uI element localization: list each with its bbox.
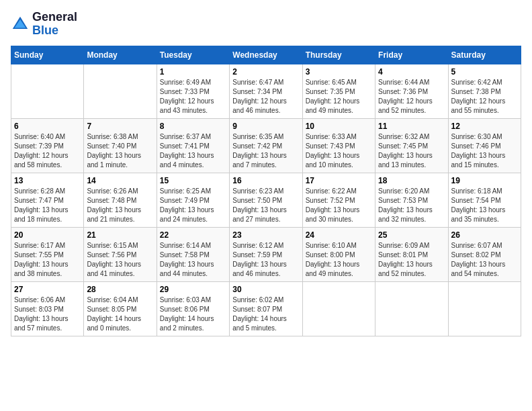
calendar-cell: 18Sunrise: 6:20 AM Sunset: 7:53 PM Dayli… bbox=[375, 173, 448, 227]
day-detail: Sunrise: 6:12 AM Sunset: 7:59 PM Dayligh… bbox=[232, 241, 299, 279]
day-detail: Sunrise: 6:22 AM Sunset: 7:52 PM Dayligh… bbox=[306, 187, 372, 224]
calendar-week-row: 13Sunrise: 6:28 AM Sunset: 7:47 PM Dayli… bbox=[11, 173, 521, 227]
calendar-cell: 27Sunrise: 6:06 AM Sunset: 8:03 PM Dayli… bbox=[11, 281, 84, 336]
day-detail: Sunrise: 6:37 AM Sunset: 7:41 PM Dayligh… bbox=[160, 132, 226, 170]
calendar-cell: 6Sunrise: 6:40 AM Sunset: 7:39 PM Daylig… bbox=[11, 118, 84, 173]
day-detail: Sunrise: 6:26 AM Sunset: 7:48 PM Dayligh… bbox=[87, 187, 153, 224]
day-number: 22 bbox=[160, 230, 226, 240]
day-number: 10 bbox=[306, 122, 372, 131]
day-detail: Sunrise: 6:49 AM Sunset: 7:33 PM Dayligh… bbox=[160, 78, 226, 116]
day-detail: Sunrise: 6:15 AM Sunset: 7:56 PM Dayligh… bbox=[87, 241, 153, 279]
day-detail: Sunrise: 6:35 AM Sunset: 7:42 PM Dayligh… bbox=[232, 132, 299, 170]
day-detail: Sunrise: 6:10 AM Sunset: 8:00 PM Dayligh… bbox=[306, 241, 372, 279]
day-number: 7 bbox=[87, 122, 153, 131]
day-number: 16 bbox=[232, 176, 299, 185]
day-number: 28 bbox=[87, 285, 153, 294]
day-detail: Sunrise: 6:06 AM Sunset: 8:03 PM Dayligh… bbox=[14, 295, 81, 333]
day-number: 21 bbox=[87, 230, 153, 240]
logo-icon bbox=[11, 15, 30, 34]
calendar-cell: 29Sunrise: 6:03 AM Sunset: 8:06 PM Dayli… bbox=[157, 281, 229, 336]
calendar-cell: 8Sunrise: 6:37 AM Sunset: 7:41 PM Daylig… bbox=[157, 118, 229, 173]
day-detail: Sunrise: 6:03 AM Sunset: 8:06 PM Dayligh… bbox=[160, 295, 226, 333]
calendar-cell: 10Sunrise: 6:33 AM Sunset: 7:43 PM Dayli… bbox=[302, 118, 375, 173]
calendar-cell: 24Sunrise: 6:10 AM Sunset: 8:00 PM Dayli… bbox=[302, 227, 375, 281]
day-detail: Sunrise: 6:25 AM Sunset: 7:49 PM Dayligh… bbox=[160, 187, 226, 224]
day-of-week-header: Monday bbox=[84, 46, 157, 64]
calendar-cell: 26Sunrise: 6:07 AM Sunset: 8:02 PM Dayli… bbox=[448, 227, 521, 281]
calendar-cell: 9Sunrise: 6:35 AM Sunset: 7:42 PM Daylig… bbox=[230, 118, 302, 173]
calendar-cell bbox=[11, 64, 84, 118]
day-detail: Sunrise: 6:47 AM Sunset: 7:34 PM Dayligh… bbox=[232, 78, 299, 116]
calendar-cell: 12Sunrise: 6:30 AM Sunset: 7:46 PM Dayli… bbox=[448, 118, 521, 173]
day-number: 6 bbox=[14, 122, 81, 131]
calendar-cell: 2Sunrise: 6:47 AM Sunset: 7:34 PM Daylig… bbox=[230, 64, 302, 118]
day-detail: Sunrise: 6:07 AM Sunset: 8:02 PM Dayligh… bbox=[451, 241, 518, 279]
calendar-cell: 15Sunrise: 6:25 AM Sunset: 7:49 PM Dayli… bbox=[157, 173, 229, 227]
day-number: 11 bbox=[378, 122, 445, 131]
day-of-week-header: Thursday bbox=[302, 46, 375, 64]
day-number: 30 bbox=[232, 285, 299, 294]
calendar-cell: 11Sunrise: 6:32 AM Sunset: 7:45 PM Dayli… bbox=[375, 118, 448, 173]
calendar-cell: 19Sunrise: 6:18 AM Sunset: 7:54 PM Dayli… bbox=[448, 173, 521, 227]
day-number: 2 bbox=[232, 67, 299, 77]
day-detail: Sunrise: 6:04 AM Sunset: 8:05 PM Dayligh… bbox=[87, 295, 153, 333]
day-number: 17 bbox=[306, 176, 372, 185]
calendar-cell: 7Sunrise: 6:38 AM Sunset: 7:40 PM Daylig… bbox=[84, 118, 157, 173]
day-number: 29 bbox=[160, 285, 226, 294]
calendar-cell: 23Sunrise: 6:12 AM Sunset: 7:59 PM Dayli… bbox=[230, 227, 302, 281]
page-header: General Blue bbox=[11, 11, 521, 38]
calendar-cell: 4Sunrise: 6:44 AM Sunset: 7:36 PM Daylig… bbox=[375, 64, 448, 118]
calendar-cell: 16Sunrise: 6:23 AM Sunset: 7:50 PM Dayli… bbox=[230, 173, 302, 227]
day-number: 19 bbox=[451, 176, 518, 185]
day-detail: Sunrise: 6:42 AM Sunset: 7:38 PM Dayligh… bbox=[451, 78, 518, 116]
day-number: 27 bbox=[14, 285, 81, 294]
calendar-cell: 25Sunrise: 6:09 AM Sunset: 8:01 PM Dayli… bbox=[375, 227, 448, 281]
logo-text: General Blue bbox=[32, 11, 77, 38]
day-detail: Sunrise: 6:38 AM Sunset: 7:40 PM Dayligh… bbox=[87, 132, 153, 170]
day-of-week-header: Wednesday bbox=[230, 46, 302, 64]
day-number: 9 bbox=[232, 122, 299, 131]
calendar-cell: 28Sunrise: 6:04 AM Sunset: 8:05 PM Dayli… bbox=[84, 281, 157, 336]
calendar-cell: 14Sunrise: 6:26 AM Sunset: 7:48 PM Dayli… bbox=[84, 173, 157, 227]
day-number: 8 bbox=[160, 122, 226, 131]
day-detail: Sunrise: 6:45 AM Sunset: 7:35 PM Dayligh… bbox=[306, 78, 372, 116]
day-detail: Sunrise: 6:14 AM Sunset: 7:58 PM Dayligh… bbox=[160, 241, 226, 279]
day-detail: Sunrise: 6:17 AM Sunset: 7:55 PM Dayligh… bbox=[14, 241, 81, 279]
day-number: 5 bbox=[451, 67, 518, 77]
day-number: 26 bbox=[451, 230, 518, 240]
day-of-week-header: Sunday bbox=[11, 46, 84, 64]
calendar-cell bbox=[375, 281, 448, 336]
logo: General Blue bbox=[11, 11, 77, 38]
calendar-table: SundayMondayTuesdayWednesdayThursdayFrid… bbox=[11, 46, 521, 336]
day-detail: Sunrise: 6:09 AM Sunset: 8:01 PM Dayligh… bbox=[378, 241, 445, 279]
calendar-cell: 5Sunrise: 6:42 AM Sunset: 7:38 PM Daylig… bbox=[448, 64, 521, 118]
calendar-cell: 1Sunrise: 6:49 AM Sunset: 7:33 PM Daylig… bbox=[157, 64, 229, 118]
calendar-week-row: 6Sunrise: 6:40 AM Sunset: 7:39 PM Daylig… bbox=[11, 118, 521, 173]
calendar-week-row: 1Sunrise: 6:49 AM Sunset: 7:33 PM Daylig… bbox=[11, 64, 521, 118]
calendar-cell: 17Sunrise: 6:22 AM Sunset: 7:52 PM Dayli… bbox=[302, 173, 375, 227]
day-number: 1 bbox=[160, 67, 226, 77]
day-number: 4 bbox=[378, 67, 445, 77]
day-number: 23 bbox=[232, 230, 299, 240]
day-number: 12 bbox=[451, 122, 518, 131]
day-number: 25 bbox=[378, 230, 445, 240]
day-number: 14 bbox=[87, 176, 153, 185]
calendar-cell bbox=[302, 281, 375, 336]
calendar-cell bbox=[84, 64, 157, 118]
day-detail: Sunrise: 6:44 AM Sunset: 7:36 PM Dayligh… bbox=[378, 78, 445, 116]
day-number: 13 bbox=[14, 176, 81, 185]
day-of-week-header: Tuesday bbox=[157, 46, 229, 64]
day-detail: Sunrise: 6:20 AM Sunset: 7:53 PM Dayligh… bbox=[378, 187, 445, 224]
calendar-cell bbox=[448, 281, 521, 336]
calendar-cell: 3Sunrise: 6:45 AM Sunset: 7:35 PM Daylig… bbox=[302, 64, 375, 118]
day-detail: Sunrise: 6:33 AM Sunset: 7:43 PM Dayligh… bbox=[306, 132, 372, 170]
day-detail: Sunrise: 6:28 AM Sunset: 7:47 PM Dayligh… bbox=[14, 187, 81, 224]
calendar-cell: 22Sunrise: 6:14 AM Sunset: 7:58 PM Dayli… bbox=[157, 227, 229, 281]
day-detail: Sunrise: 6:32 AM Sunset: 7:45 PM Dayligh… bbox=[378, 132, 445, 170]
calendar-cell: 30Sunrise: 6:02 AM Sunset: 8:07 PM Dayli… bbox=[230, 281, 302, 336]
day-detail: Sunrise: 6:30 AM Sunset: 7:46 PM Dayligh… bbox=[451, 132, 518, 170]
day-number: 24 bbox=[306, 230, 372, 240]
day-detail: Sunrise: 6:02 AM Sunset: 8:07 PM Dayligh… bbox=[232, 295, 299, 333]
day-detail: Sunrise: 6:18 AM Sunset: 7:54 PM Dayligh… bbox=[451, 187, 518, 224]
day-detail: Sunrise: 6:23 AM Sunset: 7:50 PM Dayligh… bbox=[232, 187, 299, 224]
